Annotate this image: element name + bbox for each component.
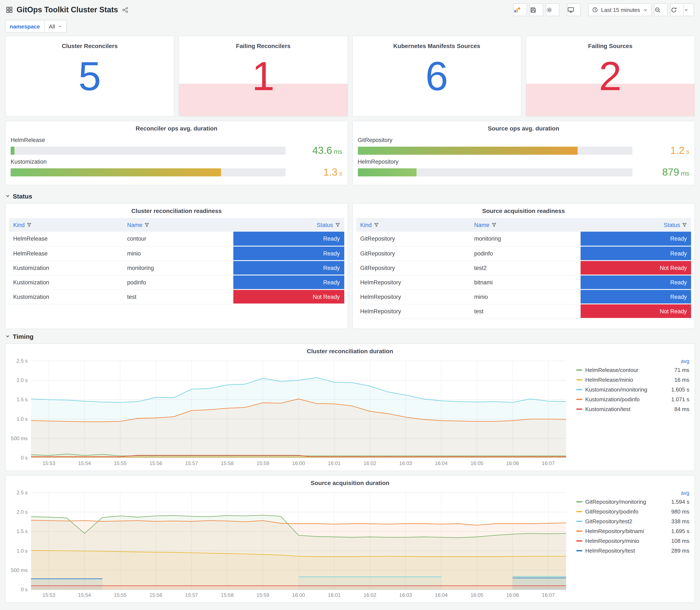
filter-funnel-icon[interactable] <box>682 223 687 227</box>
column-header-kind[interactable]: Kind <box>9 218 123 232</box>
svg-text:1.5 s: 1.5 s <box>17 528 28 534</box>
chart-panel-source-duration: Source acquisition duration 15:5315:5415… <box>5 475 695 603</box>
gauge-panel-source: Source ops avg. duration GitRepository 1… <box>352 121 695 185</box>
status-badge: Ready <box>581 246 691 261</box>
gauge-track <box>358 168 632 176</box>
gauge-label: HelmRepository <box>358 159 689 165</box>
filter-funnel-icon[interactable] <box>27 223 31 227</box>
time-picker-button[interactable]: Last 15 minutes <box>588 3 652 16</box>
timeseries-plot[interactable]: 15:5315:5415:5515:5615:5715:5815:5916:00… <box>7 488 571 600</box>
time-range-label: Last 15 minutes <box>601 6 640 13</box>
zoom-out-button[interactable] <box>654 3 668 16</box>
share-icon[interactable] <box>122 6 128 13</box>
chart-legend: avg GitRepository/monitoring 1.594 s <box>571 488 691 600</box>
series-color-marker <box>576 501 582 502</box>
svg-text:15:59: 15:59 <box>257 460 269 466</box>
cell-name: bitnami <box>470 275 580 289</box>
section-header-timing[interactable]: Timing <box>5 329 695 343</box>
svg-text:16:00: 16:00 <box>292 460 305 466</box>
column-header-name[interactable]: Name <box>123 218 233 232</box>
svg-text:16:02: 16:02 <box>363 592 376 598</box>
table-row: GitRepository test2 Not Ready <box>356 261 691 275</box>
status-badge: Ready <box>233 246 344 261</box>
cell-kind: Kustomization <box>9 261 123 275</box>
svg-text:1.5 s: 1.5 s <box>17 397 28 402</box>
dashboard-settings-button[interactable] <box>546 3 559 16</box>
panel-title[interactable]: Source acquisition readiness <box>353 204 695 216</box>
filter-funnel-icon[interactable] <box>374 223 378 227</box>
save-dashboard-button[interactable] <box>530 3 543 16</box>
refresh-button[interactable] <box>670 3 684 16</box>
legend-item[interactable]: HelmRepository/test 289 ms <box>576 546 689 556</box>
svg-text:16:03: 16:03 <box>399 460 412 466</box>
legend-item[interactable]: Kustomization/monitoring 1.605 s <box>576 385 689 395</box>
table-row: Kustomization test Not Ready <box>9 289 344 304</box>
panel-title[interactable]: Cluster reconciliation duration <box>5 344 695 357</box>
legend-avg-header[interactable]: avg <box>576 489 689 497</box>
stat-panel: Cluster Reconcilers 5 <box>5 36 175 116</box>
timeseries-plot[interactable]: 15:5315:5415:5515:5615:5715:5815:5916:00… <box>7 357 571 468</box>
column-header-status[interactable]: Status <box>233 218 344 232</box>
dashboard-grid-icon[interactable] <box>6 6 13 13</box>
filter-funnel-icon[interactable] <box>335 223 340 227</box>
gauge-fill <box>358 168 417 176</box>
panel-title[interactable]: Reconciler ops avg. duration <box>5 121 347 134</box>
legend-item[interactable]: HelmRelease/contour 71 ms <box>576 365 689 375</box>
column-header-name[interactable]: Name <box>470 218 580 232</box>
cell-kind: HelmRelease <box>9 246 123 261</box>
cell-name: test <box>470 304 580 318</box>
cell-kind: HelmRelease <box>9 232 123 246</box>
add-panel-button[interactable] <box>514 3 527 16</box>
series-color-marker <box>576 389 582 390</box>
table-panel-source: Source acquisition readiness Kind Name S… <box>352 203 695 329</box>
section-header-status[interactable]: Status <box>5 189 695 203</box>
cycle-view-mode-button[interactable] <box>567 3 581 16</box>
filter-funnel-icon[interactable] <box>145 223 149 227</box>
series-name: HelmRepository/bitnami <box>585 526 668 536</box>
cell-kind: GitRepository <box>356 246 470 261</box>
legend-item[interactable]: Kustomization/podinfo 1.071 s <box>576 395 689 404</box>
status-badge: Ready <box>233 261 344 275</box>
table-row: HelmRelease contour Ready <box>9 232 344 246</box>
legend-item[interactable]: HelmRepository/bitnami 1.695 s <box>576 526 689 536</box>
legend-avg-header[interactable]: avg <box>576 357 689 365</box>
chart-panel-reconciliation-duration: Cluster reconciliation duration 15:5315:… <box>5 343 695 471</box>
series-name: HelmRepository/minio <box>585 536 668 546</box>
series-name: GitRepository/podinfo <box>585 507 668 516</box>
svg-text:1.0 s: 1.0 s <box>17 548 28 554</box>
series-name: Kustomization/monitoring <box>585 385 668 395</box>
svg-text:16:04: 16:04 <box>435 460 447 466</box>
legend-item[interactable]: GitRepository/podinfo 980 ms <box>576 507 689 516</box>
gauge-row: Kustomization 1.3s <box>11 159 342 178</box>
refresh-interval-dropdown[interactable] <box>684 3 694 16</box>
column-header-kind[interactable]: Kind <box>356 218 470 232</box>
cell-kind: HelmRepository <box>356 304 470 318</box>
svg-text:15:55: 15:55 <box>114 592 127 598</box>
svg-text:16:01: 16:01 <box>328 460 341 466</box>
svg-text:16:05: 16:05 <box>471 460 483 466</box>
legend-item[interactable]: GitRepository/test2 338 ms <box>576 516 689 526</box>
svg-text:16:05: 16:05 <box>471 592 483 598</box>
legend-item[interactable]: Kustomization/test 84 ms <box>576 404 689 414</box>
svg-text:15:57: 15:57 <box>185 592 198 598</box>
panel-title[interactable]: Cluster reconciliation readiness <box>5 204 347 216</box>
column-header-status[interactable]: Status <box>581 218 691 232</box>
svg-text:15:54: 15:54 <box>78 592 91 598</box>
panel-title[interactable]: Source acquisition duration <box>5 476 695 488</box>
cell-kind: GitRepository <box>356 232 470 246</box>
namespace-variable-dropdown[interactable]: All <box>45 20 66 32</box>
legend-item[interactable]: GitRepository/monitoring 1.594 s <box>576 497 689 507</box>
status-badge: Not Ready <box>233 289 344 304</box>
svg-text:16:07: 16:07 <box>542 460 555 466</box>
filter-funnel-icon[interactable] <box>491 223 496 227</box>
svg-text:2.5 s: 2.5 s <box>17 490 28 495</box>
table-row: GitRepository monitoring Ready <box>356 232 691 246</box>
settings-gear-icon <box>546 6 553 13</box>
chevron-down-icon <box>643 7 648 12</box>
cell-name: contour <box>123 232 233 246</box>
panel-title[interactable]: Source ops avg. duration <box>353 121 695 134</box>
series-color-marker <box>576 399 582 400</box>
legend-item[interactable]: HelmRepository/minio 108 ms <box>576 536 689 546</box>
legend-item[interactable]: HelmRelease/minio 16 ms <box>576 375 689 385</box>
svg-text:16:02: 16:02 <box>363 460 376 466</box>
